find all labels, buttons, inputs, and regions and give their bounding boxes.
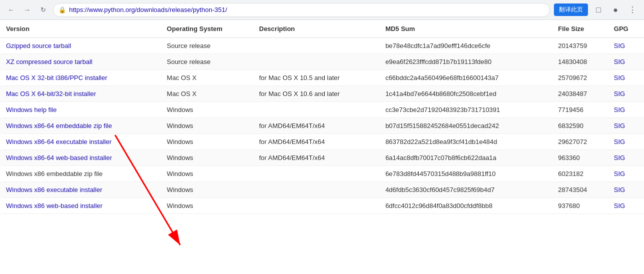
- md5-cell: 4d6fdb5c3630cf60d457c9825f69b4d7: [379, 182, 552, 198]
- table-row: Mac OS X 64-bit/32-bit installerMac OS X…: [0, 86, 644, 102]
- description-cell: [253, 38, 379, 54]
- version-cell: Windows x86 embeddable zip file: [0, 166, 161, 182]
- md5-cell: 6e783d8fd44570315d488b9a9881ff10: [379, 166, 552, 182]
- description-cell: [253, 54, 379, 70]
- sig-link[interactable]: SIG: [614, 106, 625, 114]
- sig-link[interactable]: SIG: [614, 170, 625, 178]
- description-cell: [253, 102, 379, 118]
- browser-chrome: ← → ↻ 🔒 https://www.python.org/downloads…: [0, 0, 644, 20]
- sig-link[interactable]: SIG: [614, 186, 625, 194]
- version-link[interactable]: Mac OS X 64-bit/32-bit installer: [6, 90, 96, 98]
- os-cell: Windows: [161, 182, 253, 198]
- md5-cell: 6dfcc4012c96d84f0a83d00cfddf8bb8: [379, 198, 552, 214]
- os-header: Operating System: [161, 20, 253, 38]
- table-row: Windows x86 embeddable zip fileWindows6e…: [0, 166, 644, 182]
- version-cell: Windows x86-64 embeddable zip file: [0, 118, 161, 134]
- table-row: Windows x86-64 executable installerWindo…: [0, 134, 644, 150]
- version-link[interactable]: Windows x86-64 executable installer: [6, 138, 112, 146]
- md5-cell: b07d15f515882452684e0551decad242: [379, 118, 552, 134]
- version-cell: Windows x86 executable installer: [0, 182, 161, 198]
- os-cell: Windows: [161, 134, 253, 150]
- url-text: https://www.python.org/downloads/release…: [69, 6, 544, 14]
- description-cell: for AMD64/EM64T/x64: [253, 150, 379, 166]
- table-row: Mac OS X 32-bit i386/PPC installerMac OS…: [0, 70, 644, 86]
- description-cell: for AMD64/EM64T/x64: [253, 134, 379, 150]
- gpg-cell: SIG: [608, 38, 644, 54]
- version-cell: Windows x86-64 web-based installer: [0, 150, 161, 166]
- os-cell: Windows: [161, 118, 253, 134]
- filesize-cell: 29627072: [552, 134, 608, 150]
- os-cell: Mac OS X: [161, 70, 253, 86]
- table-row: XZ compressed source tarballSource relea…: [0, 54, 644, 70]
- sig-link[interactable]: SIG: [614, 122, 625, 130]
- main-content: Version Operating System Description MD5…: [0, 20, 644, 274]
- reload-button[interactable]: ↻: [37, 4, 49, 16]
- md5-cell: be78e48cdfc1a7ad90efff146dce6cfe: [379, 38, 552, 54]
- version-header: Version: [0, 20, 161, 38]
- translate-button[interactable]: 翻译此页: [554, 4, 588, 16]
- lock-icon: 🔒: [59, 6, 66, 14]
- filesize-cell: 6023182: [552, 166, 608, 182]
- address-bar[interactable]: 🔒 https://www.python.org/downloads/relea…: [53, 3, 550, 17]
- gpg-cell: SIG: [608, 54, 644, 70]
- filesize-cell: 14830408: [552, 54, 608, 70]
- md5-cell: e9ea6f2623fffcdd871b7b19113fde80: [379, 54, 552, 70]
- table-row: Windows x86 web-based installerWindows6d…: [0, 198, 644, 214]
- md5-header: MD5 Sum: [379, 20, 552, 38]
- gpg-cell: SIG: [608, 182, 644, 198]
- os-cell: Mac OS X: [161, 86, 253, 102]
- version-cell: Windows x86 web-based installer: [0, 198, 161, 214]
- menu-button[interactable]: ⋮: [626, 4, 639, 16]
- gpg-header: GPG: [608, 20, 644, 38]
- header-row: Version Operating System Description MD5…: [0, 20, 644, 38]
- version-link[interactable]: Windows x86-64 web-based installer: [6, 154, 112, 162]
- browser-actions: 翻译此页 □ ● ⋮: [554, 4, 639, 16]
- description-cell: for AMD64/EM64T/x64: [253, 118, 379, 134]
- filesize-cell: 937680: [552, 198, 608, 214]
- version-link[interactable]: XZ compressed source tarball: [6, 58, 93, 66]
- screenshot-button[interactable]: □: [592, 4, 605, 16]
- gpg-cell: SIG: [608, 102, 644, 118]
- sig-link[interactable]: SIG: [614, 154, 625, 162]
- md5-cell: 6a14ac8dfb70017c07b8f6cb622daa1a: [379, 150, 552, 166]
- filesize-cell: 6832590: [552, 118, 608, 134]
- version-cell: Windows help file: [0, 102, 161, 118]
- sig-link[interactable]: SIG: [614, 202, 625, 210]
- sig-link[interactable]: SIG: [614, 42, 625, 50]
- gpg-cell: SIG: [608, 166, 644, 182]
- filesize-cell: 963360: [552, 150, 608, 166]
- table-row: Windows x86-64 web-based installerWindow…: [0, 150, 644, 166]
- table-header: Version Operating System Description MD5…: [0, 20, 644, 38]
- version-cell: Windows x86-64 executable installer: [0, 134, 161, 150]
- description-cell: [253, 198, 379, 214]
- description-header: Description: [253, 20, 379, 38]
- gpg-cell: SIG: [608, 70, 644, 86]
- os-cell: Windows: [161, 166, 253, 182]
- version-link[interactable]: Gzipped source tarball: [6, 42, 71, 50]
- version-link[interactable]: Mac OS X 32-bit i386/PPC installer: [6, 74, 107, 82]
- version-cell: Gzipped source tarball: [0, 38, 161, 54]
- description-cell: for Mac OS X 10.6 and later: [253, 86, 379, 102]
- forward-button[interactable]: →: [21, 4, 33, 16]
- version-link[interactable]: Windows help file: [6, 106, 57, 114]
- version-cell: XZ compressed source tarball: [0, 54, 161, 70]
- sig-link[interactable]: SIG: [614, 74, 625, 82]
- filesize-header: File Size: [552, 20, 608, 38]
- sig-link[interactable]: SIG: [614, 58, 625, 66]
- version-link[interactable]: Windows x86-64 embeddable zip file: [6, 122, 112, 130]
- md5-cell: c66bddc2a4a560496e68fb16600143a7: [379, 70, 552, 86]
- version-link[interactable]: Windows x86 web-based installer: [6, 202, 103, 210]
- version-cell: Mac OS X 64-bit/32-bit installer: [0, 86, 161, 102]
- os-cell: Windows: [161, 198, 253, 214]
- table-body: Gzipped source tarballSource releasebe78…: [0, 38, 644, 214]
- sig-link[interactable]: SIG: [614, 138, 625, 146]
- md5-cell: cc3e73cbe2d71920483923b731710391: [379, 102, 552, 118]
- sig-link[interactable]: SIG: [614, 90, 625, 98]
- version-link[interactable]: Windows x86 executable installer: [6, 186, 102, 194]
- gpg-cell: SIG: [608, 198, 644, 214]
- filesize-cell: 7719456: [552, 102, 608, 118]
- os-cell: Windows: [161, 102, 253, 118]
- filesize-cell: 28743504: [552, 182, 608, 198]
- back-button[interactable]: ←: [5, 4, 17, 16]
- profile-button[interactable]: ●: [609, 4, 622, 16]
